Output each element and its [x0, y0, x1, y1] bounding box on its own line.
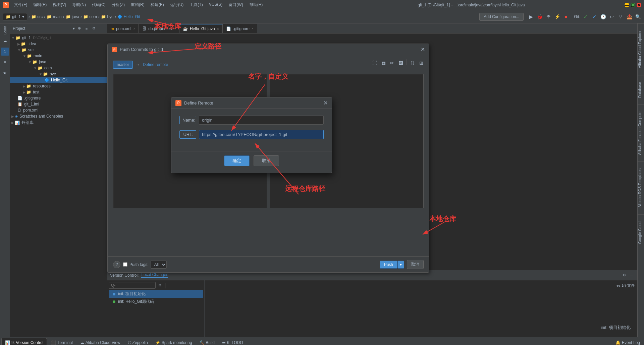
view-icon[interactable]: ▦: [380, 59, 387, 67]
sidebar-cloud-icon[interactable]: ☁: [1, 37, 9, 45]
menu-refactor[interactable]: 重构(R): [128, 1, 147, 8]
coverage-button[interactable]: ☂: [545, 13, 552, 20]
sidebar-structure-icon[interactable]: ≡: [1, 58, 9, 66]
tab-build[interactable]: 🔨 Build: [196, 338, 218, 345]
commit-item-2[interactable]: init: Hello_Git源代码: [109, 298, 203, 305]
tab-todo[interactable]: ☰ 6: TODO: [219, 338, 247, 345]
tab-db-properties[interactable]: 🗄 db.properties ×: [139, 24, 179, 33]
run-button[interactable]: ▶: [528, 13, 534, 20]
push-tags-checkbox[interactable]: [123, 262, 127, 267]
right-tab-database[interactable]: Database: [638, 75, 644, 105]
sidebar-favorites-icon[interactable]: ★: [1, 69, 9, 77]
collapse-icon[interactable]: ≡: [84, 25, 90, 31]
tab-zeppelin[interactable]: ⬡ Zeppelin: [124, 338, 151, 345]
sort-icon[interactable]: ⇅: [409, 59, 416, 67]
expand-icon[interactable]: ⛶: [371, 59, 378, 67]
gitignore-tab-close[interactable]: ×: [252, 27, 254, 30]
tree-item-resources[interactable]: ▶ 📁 resources: [10, 83, 107, 89]
menu-edit[interactable]: 编辑(E): [31, 1, 49, 8]
tab-pom[interactable]: m pom.xml ×: [107, 24, 139, 33]
tab-gitignore[interactable]: 📄 .gitignore ×: [223, 24, 257, 33]
tree-item-idea[interactable]: ▶ 📁 .idea: [10, 41, 107, 47]
minimize-button[interactable]: —: [625, 3, 629, 7]
search-icon[interactable]: 🔍: [635, 13, 641, 20]
image-icon[interactable]: 🖼: [397, 59, 405, 67]
locate-icon[interactable]: ⊕: [76, 25, 82, 31]
vc-filter-icon[interactable]: ⚙: [157, 282, 163, 288]
minimize-panel-icon[interactable]: —: [98, 25, 104, 31]
breadcrumb-com[interactable]: 📁 com: [83, 14, 97, 19]
tree-item-iml[interactable]: 📋 git_1.iml: [10, 101, 107, 107]
define-remote-cancel-button[interactable]: 取消: [254, 155, 279, 166]
menu-navigate[interactable]: 导航(N): [69, 1, 89, 8]
menu-window[interactable]: 窗口(W): [226, 1, 246, 8]
push-dropdown-button[interactable]: ▾: [397, 261, 404, 269]
java-tab-close[interactable]: ×: [217, 27, 219, 31]
tree-item-main[interactable]: ▼ 📁 main: [10, 53, 107, 59]
name-input[interactable]: [199, 116, 324, 125]
define-remote-confirm-button[interactable]: 确定: [224, 155, 250, 166]
profile-button[interactable]: ⚡: [554, 13, 560, 20]
tree-item-hello-git[interactable]: 🔷 Hello_Git: [10, 77, 107, 83]
tree-item-test[interactable]: ▶ 📁 test: [10, 89, 107, 95]
breadcrumb-main[interactable]: 📁 main: [47, 14, 61, 19]
tab-version-control[interactable]: 📊 9: Version Control: [1, 338, 47, 345]
right-tab-alibaba-cloud[interactable]: Alibaba Cloud Explorer: [638, 23, 644, 75]
event-log-label[interactable]: Event Log: [622, 340, 640, 345]
menu-run[interactable]: 运行(U): [167, 1, 186, 8]
breadcrumb-byc[interactable]: 📁 byc: [101, 14, 113, 19]
stop-button[interactable]: ■: [562, 13, 569, 20]
tree-root[interactable]: ▼ 📁 git_1 D:\Git\git_1: [10, 35, 107, 41]
menu-file[interactable]: 文件(F): [11, 1, 30, 8]
push-tags-select[interactable]: All: [151, 261, 167, 269]
tree-item-scratches[interactable]: ▶ ◈ Scratches and Consoles: [10, 113, 107, 119]
right-tab-ros[interactable]: Alibaba ROS Templates: [638, 161, 644, 214]
menu-build[interactable]: 构建(B): [148, 1, 167, 8]
menu-vcs[interactable]: VCS(S): [206, 1, 225, 8]
project-label[interactable]: 📁 git_1 ▾: [3, 13, 27, 20]
tab-terminal[interactable]: ⬛ Terminal: [48, 338, 76, 345]
db-tab-close[interactable]: ×: [174, 27, 176, 30]
tree-item-gitignore[interactable]: 📄 .gitignore: [10, 95, 107, 101]
right-tab-function[interactable]: Alibaba Function Compute: [638, 105, 644, 162]
tree-item-java[interactable]: ▼ 📁 java: [10, 59, 107, 65]
sidebar-learn-icon[interactable]: Learn: [1, 26, 9, 34]
debug-button[interactable]: 🐞: [536, 13, 543, 20]
breadcrumb-src[interactable]: 📁 src: [31, 14, 43, 19]
menu-help[interactable]: 帮助(H): [247, 1, 266, 8]
edit-icon[interactable]: ✏: [388, 59, 396, 67]
add-configuration-button[interactable]: Add Configuration...: [479, 13, 524, 21]
tree-item-byc[interactable]: ▼ 📁 byc: [10, 71, 107, 77]
group-icon[interactable]: ⊞: [418, 59, 425, 67]
define-remote-link[interactable]: Define remote: [143, 62, 168, 67]
git-undo-icon[interactable]: ↩: [608, 13, 615, 20]
commit-item-1[interactable]: init: 项目初始化: [109, 290, 203, 298]
push-dialog-close-button[interactable]: ✕: [421, 46, 425, 53]
tree-item-src[interactable]: ▼ 📁 src: [10, 47, 107, 53]
git-clock-icon[interactable]: 🕐: [600, 13, 606, 20]
menu-tools[interactable]: 工具(T): [187, 1, 205, 8]
pom-tab-close[interactable]: ×: [133, 27, 135, 30]
tree-item-ext-libs[interactable]: ▶ 📊 外部库: [10, 119, 107, 126]
push-cancel-button[interactable]: 取消: [407, 260, 424, 269]
git-branch-icon[interactable]: ⑂: [617, 13, 624, 20]
sidebar-project-icon[interactable]: 1: [1, 48, 9, 56]
push-button[interactable]: Push: [380, 261, 397, 269]
git-check-icon[interactable]: ✔: [591, 13, 598, 20]
tab-alibaba-cloud-view[interactable]: ☁ Alibaba Cloud View: [77, 338, 124, 345]
tree-item-com[interactable]: ▼ 📁 com: [10, 65, 107, 71]
vc-search-input[interactable]: [109, 282, 156, 289]
tab-hello-git[interactable]: ☕ Hello_Git.java ×: [179, 24, 223, 33]
git-push-icon[interactable]: 📤: [626, 13, 633, 20]
git-checkmark-icon[interactable]: ✓: [582, 13, 589, 20]
breadcrumb-file[interactable]: 🔷 Hello_Git: [117, 14, 140, 19]
right-tab-google[interactable]: Google Cloud: [638, 214, 644, 251]
tree-item-pom[interactable]: 🗒 pom.xml: [10, 107, 107, 113]
url-input[interactable]: [199, 130, 324, 139]
vc-settings-icon[interactable]: ⚙: [621, 272, 627, 278]
menu-view[interactable]: 视图(V): [50, 1, 69, 8]
menu-code[interactable]: 代码(C): [89, 1, 108, 8]
define-remote-close-button[interactable]: ✕: [323, 100, 328, 106]
close-button[interactable]: ✕: [637, 3, 641, 7]
maximize-button[interactable]: ☐: [631, 3, 635, 7]
